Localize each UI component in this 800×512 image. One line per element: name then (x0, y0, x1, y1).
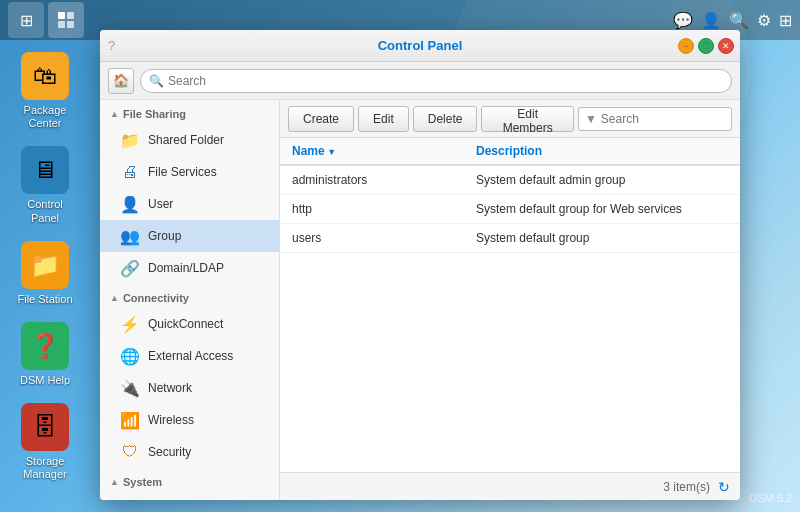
desktop-icon-package-center[interactable]: 🛍 Package Center (10, 48, 80, 134)
toolbar: 🏠 🔍 (100, 62, 740, 100)
sidebar-item-shared-folder[interactable]: 📁 Shared Folder (100, 124, 279, 156)
search-icon[interactable]: 🔍 (729, 11, 749, 30)
settings-icon[interactable]: ⚙ (757, 11, 771, 30)
sidebar-item-domain-ldap[interactable]: 🔗 Domain/LDAP (100, 252, 279, 284)
filter-icon: ▼ (585, 112, 597, 126)
sidebar-item-quickconnect[interactable]: ⚡ QuickConnect (100, 308, 279, 340)
sidebar-item-group[interactable]: 👥 Group (100, 220, 279, 252)
create-button[interactable]: Create (288, 106, 354, 132)
group-icon: 👥 (120, 226, 140, 246)
help-button[interactable]: ? (108, 38, 115, 53)
window-titlebar: ? Control Panel − □ ✕ (100, 30, 740, 62)
filter-search-input[interactable] (601, 112, 740, 126)
sidebar-item-file-services[interactable]: 🖨 File Services (100, 156, 279, 188)
table-row[interactable]: administrators System default admin grou… (280, 165, 740, 195)
filter-search-box: ▼ (578, 107, 732, 131)
sidebar-item-label: File Services (148, 165, 217, 179)
taskbar-right: 💬 👤 🔍 ⚙ ⊞ (673, 11, 792, 30)
group-table: Name Description administrators System d… (280, 138, 740, 472)
column-header-name[interactable]: Name (280, 138, 464, 165)
svg-rect-1 (67, 12, 74, 19)
security-icon: 🛡 (120, 442, 140, 462)
sidebar-section-system[interactable]: ▲ System (100, 468, 279, 492)
sidebar-item-label: Wireless (148, 413, 194, 427)
toolbar-search-box: 🔍 (140, 69, 732, 93)
action-bar: Create Edit Delete Edit Members ▼ (280, 100, 740, 138)
desktop-icon-label: DSM Help (20, 374, 70, 387)
desktop-icon-control-panel[interactable]: 🖥 Control Panel (10, 142, 80, 228)
chevron-icon: ▲ (110, 477, 119, 487)
sidebar-item-external-access[interactable]: 🌐 External Access (100, 340, 279, 372)
sidebar-item-label: Domain/LDAP (148, 261, 224, 275)
main-content: ▲ File Sharing 📁 Shared Folder 🖨 File Se… (100, 100, 740, 500)
minimize-button[interactable]: − (678, 38, 694, 54)
desktop-icon-file-station[interactable]: 📁 File Station (10, 237, 80, 310)
sidebar-item-label: User (148, 197, 173, 211)
toolbar-search-input[interactable] (168, 74, 723, 88)
file-services-icon: 🖨 (120, 162, 140, 182)
cell-description: System default group (464, 224, 740, 253)
maximize-button[interactable]: □ (698, 38, 714, 54)
delete-button[interactable]: Delete (413, 106, 478, 132)
control-panel-taskbar-btn[interactable] (48, 2, 84, 38)
edit-members-button[interactable]: Edit Members (481, 106, 574, 132)
desktop-icon-label: File Station (17, 293, 72, 306)
sidebar-item-user[interactable]: 👤 User (100, 188, 279, 220)
desktop-icon-label: Package Center (14, 104, 76, 130)
svg-rect-0 (58, 12, 65, 19)
edit-button[interactable]: Edit (358, 106, 409, 132)
sidebar-item-label: Network (148, 381, 192, 395)
sidebar-item-info-center[interactable]: ℹ Info Center (100, 492, 279, 500)
desktop-icon-storage-manager[interactable]: 🗄 Storage Manager (10, 399, 80, 485)
sidebar-item-label: Shared Folder (148, 133, 224, 147)
sidebar-section-file-sharing[interactable]: ▲ File Sharing (100, 100, 279, 124)
column-header-description: Description (464, 138, 740, 165)
quickconnect-icon: ⚡ (120, 314, 140, 334)
cell-description: System default admin group (464, 165, 740, 195)
window-controls: − □ ✕ (678, 38, 734, 54)
sidebar-item-wireless[interactable]: 📶 Wireless (100, 404, 279, 436)
table-row[interactable]: users System default group (280, 224, 740, 253)
chevron-icon: ▲ (110, 293, 119, 303)
start-button[interactable]: ⊞ (8, 2, 44, 38)
sidebar-section-connectivity[interactable]: ▲ Connectivity (100, 284, 279, 308)
wireless-icon: 📶 (120, 410, 140, 430)
cell-name: administrators (280, 165, 464, 195)
refresh-button[interactable]: ↻ (718, 479, 730, 495)
desktop-icon-dsm-help[interactable]: ❓ DSM Help (10, 318, 80, 391)
user-icon[interactable]: 👤 (701, 11, 721, 30)
table-row[interactable]: http System default group for Web servic… (280, 195, 740, 224)
chevron-icon: ▲ (110, 109, 119, 119)
external-access-icon: 🌐 (120, 346, 140, 366)
network-icon: 🔌 (120, 378, 140, 398)
desktop-icons: 🛍 Package Center 🖥 Control Panel 📁 File … (10, 48, 80, 486)
control-panel-window: ? Control Panel − □ ✕ 🏠 🔍 ▲ File Sharing… (100, 30, 740, 500)
grid-icon[interactable]: ⊞ (779, 11, 792, 30)
desktop-icon-label: Storage Manager (14, 455, 76, 481)
item-count: 3 item(s) (663, 480, 710, 494)
section-label: File Sharing (123, 108, 186, 120)
sidebar-item-security[interactable]: 🛡 Security (100, 436, 279, 468)
sidebar-item-label: QuickConnect (148, 317, 223, 331)
window-title: Control Panel (378, 38, 463, 53)
sidebar-item-label: Security (148, 445, 191, 459)
status-bar: 3 item(s) ↻ (280, 472, 740, 500)
sidebar-item-network[interactable]: 🔌 Network (100, 372, 279, 404)
close-button[interactable]: ✕ (718, 38, 734, 54)
info-center-icon: ℹ (120, 498, 140, 500)
home-button[interactable]: 🏠 (108, 68, 134, 94)
cell-name: users (280, 224, 464, 253)
user-icon: 👤 (120, 194, 140, 214)
svg-rect-3 (67, 21, 74, 28)
desktop-icon-label: Control Panel (14, 198, 76, 224)
sidebar-item-label: Group (148, 229, 181, 243)
search-icon: 🔍 (149, 74, 164, 88)
shared-folder-icon: 📁 (120, 130, 140, 150)
svg-rect-2 (58, 21, 65, 28)
domain-ldap-icon: 🔗 (120, 258, 140, 278)
chat-icon[interactable]: 💬 (673, 11, 693, 30)
taskbar-left: ⊞ (8, 2, 84, 38)
cell-description: System default group for Web services (464, 195, 740, 224)
dsm-version: DSM 5.2 (749, 492, 792, 504)
right-panel: Create Edit Delete Edit Members ▼ Name D… (280, 100, 740, 500)
